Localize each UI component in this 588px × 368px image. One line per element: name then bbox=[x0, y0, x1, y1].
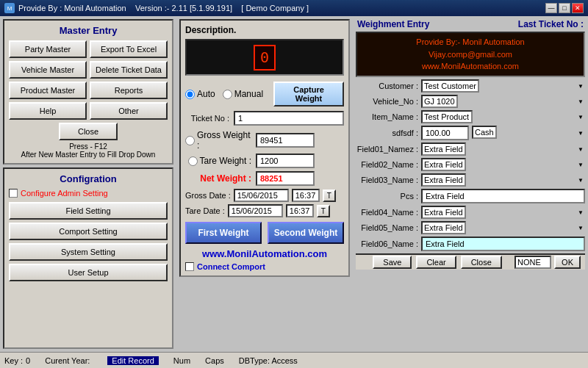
comport-setting-button[interactable]: Comport Setting bbox=[9, 223, 168, 240]
maximize-button[interactable]: □ bbox=[559, 3, 570, 13]
field05-dropdown[interactable]: Extra Field bbox=[421, 221, 466, 234]
close-button[interactable]: Close bbox=[461, 256, 502, 269]
tare-date-input[interactable] bbox=[228, 204, 283, 217]
delete-ticket-button[interactable]: Delete Ticket Data bbox=[90, 61, 168, 79]
gross-weight-input[interactable] bbox=[256, 133, 315, 148]
current-year-label: Curent Year: bbox=[45, 356, 90, 365]
digit-zero: 0 bbox=[254, 45, 276, 71]
ticket-no-label: Ticket No : bbox=[185, 114, 229, 123]
item-dropdown-arrow: ▼ bbox=[578, 113, 584, 120]
manual-radio[interactable] bbox=[223, 90, 232, 99]
num-status: Num bbox=[173, 356, 190, 365]
tare-weight-label: Tare Weight : bbox=[200, 156, 251, 166]
field01-label: Field01_Namez : bbox=[356, 145, 418, 154]
field05-row: Field05_Name : Extra Field ▼ bbox=[356, 221, 585, 234]
connect-comport-label: Connect Comport bbox=[197, 262, 265, 271]
field06-input[interactable] bbox=[421, 237, 585, 251]
tare-weight-input[interactable] bbox=[256, 154, 315, 168]
net-weight-input[interactable] bbox=[256, 171, 315, 186]
last-ticket-title: Last Ticket No : bbox=[518, 19, 584, 29]
mode-radio-row: Auto Manual Capture Weight bbox=[185, 82, 344, 107]
field04-arrow: ▼ bbox=[578, 209, 584, 215]
user-setup-button[interactable]: User Setup bbox=[9, 264, 168, 281]
edit-record-status: Edit Record bbox=[107, 356, 158, 365]
press-f12-text: Press - F12 After New Master Entry to Fi… bbox=[9, 142, 168, 159]
window-close-button[interactable]: ✕ bbox=[572, 3, 584, 13]
field01-arrow: ▼ bbox=[578, 145, 584, 152]
field-setting-button[interactable]: Field Setting bbox=[9, 202, 168, 220]
field03-row: Field03_Name : Extra Field ▼ bbox=[356, 173, 585, 187]
reports-button[interactable]: Reports bbox=[90, 82, 168, 99]
master-entry-box: Master Entry Party Master Export To Exce… bbox=[3, 19, 173, 165]
help-button[interactable]: Help bbox=[9, 102, 87, 120]
gross-date-label: Gross Date : bbox=[185, 191, 231, 200]
connect-comport-checkbox[interactable] bbox=[185, 262, 194, 271]
caps-status: Caps bbox=[205, 356, 224, 365]
field02-dropdown[interactable]: Extra Field bbox=[421, 158, 466, 171]
net-weight-label: Net Weight : bbox=[200, 173, 251, 184]
first-weight-button[interactable]: First Weight bbox=[185, 222, 262, 244]
sdfsdf-row: sdfsdf : Cash ▼ bbox=[356, 126, 585, 140]
export-excel-button[interactable]: Export To Excel bbox=[90, 40, 168, 58]
field02-row: Field02_Name : Extra Field ▼ bbox=[356, 158, 585, 171]
master-close-button[interactable]: Close bbox=[59, 123, 118, 140]
cash-amount-input[interactable] bbox=[421, 126, 469, 140]
action-buttons: Save Clear Close bbox=[373, 256, 502, 269]
tare-time-input[interactable] bbox=[286, 204, 314, 217]
entry-fields: Customer : Test Customer ▼ Vehicle_No : … bbox=[356, 79, 585, 251]
field03-dropdown[interactable]: Extra Field bbox=[421, 173, 466, 187]
field05-label: Field05_Name : bbox=[356, 223, 418, 232]
digital-display: 0 bbox=[185, 39, 344, 76]
info-line3: www.MonilAutomation.com bbox=[363, 60, 578, 73]
customer-label: Customer : bbox=[356, 82, 418, 90]
party-master-button[interactable]: Party Master bbox=[9, 40, 87, 58]
config-panel: Configration Configure Admin Setting Fie… bbox=[3, 167, 173, 349]
admin-checkbox[interactable] bbox=[9, 189, 18, 198]
capture-weight-button[interactable]: Capture Weight bbox=[273, 82, 344, 107]
key-label: Key : bbox=[4, 356, 23, 365]
website-text: www.MonilAutomation.com bbox=[185, 248, 344, 259]
pcs-input[interactable] bbox=[421, 189, 585, 203]
vehicle-dropdown[interactable]: GJ 1020 bbox=[421, 95, 458, 108]
gross-date-input[interactable] bbox=[234, 189, 289, 202]
tare-t-button[interactable]: T bbox=[317, 205, 330, 217]
field03-label: Field03_Name : bbox=[356, 176, 418, 184]
second-weight-button[interactable]: Second Weight bbox=[268, 222, 344, 244]
gross-weight-radio[interactable] bbox=[185, 136, 195, 145]
minimize-button[interactable]: — bbox=[545, 3, 557, 13]
customer-dropdown-arrow: ▼ bbox=[578, 82, 584, 89]
vehicle-master-button[interactable]: Vehicle Master bbox=[9, 61, 87, 79]
tare-date-label: Tare Date : bbox=[185, 206, 225, 215]
clear-button[interactable]: Clear bbox=[416, 256, 456, 269]
bottom-action-bar: Save Clear Close NONE OK bbox=[356, 253, 585, 270]
save-button[interactable]: Save bbox=[373, 256, 412, 269]
field06-row: Field06_Name : bbox=[356, 237, 585, 251]
key-value: 0 bbox=[26, 356, 30, 365]
right-panel: Weighment Entry Last Ticket No : Provide… bbox=[353, 16, 588, 352]
field01-row: Field01_Namez : Extra Field ▼ bbox=[356, 142, 585, 156]
none-dropdown[interactable]: NONE bbox=[514, 256, 551, 269]
field04-row: Field04_Name : Extra Field ▼ bbox=[356, 206, 585, 219]
product-master-button[interactable]: Product Master bbox=[9, 82, 87, 99]
field02-arrow: ▼ bbox=[578, 161, 584, 167]
auto-label: Auto bbox=[197, 89, 215, 99]
auto-radio[interactable] bbox=[185, 90, 195, 99]
field04-dropdown[interactable]: Extra Field bbox=[421, 206, 466, 219]
gross-time-input[interactable] bbox=[292, 189, 320, 202]
info-line2: Vijay.comp@gmail.com bbox=[363, 48, 578, 61]
ticket-no-input[interactable] bbox=[234, 111, 344, 126]
customer-row: Customer : Test Customer ▼ bbox=[356, 79, 585, 93]
customer-dropdown[interactable]: Test Customer bbox=[421, 79, 479, 93]
cash-type-dropdown[interactable]: Cash bbox=[472, 126, 497, 139]
tare-weight-radio[interactable] bbox=[188, 156, 198, 166]
left-panel: Master Entry Party Master Export To Exce… bbox=[0, 16, 176, 352]
ok-button[interactable]: OK bbox=[554, 256, 581, 269]
weighment-entry-title: Weighment Entry bbox=[357, 19, 429, 29]
field02-label: Field02_Name : bbox=[356, 160, 418, 169]
gross-t-button[interactable]: T bbox=[323, 190, 336, 202]
item-dropdown[interactable]: Test Product bbox=[421, 110, 473, 123]
field05-arrow: ▼ bbox=[578, 224, 584, 231]
other-button[interactable]: Other bbox=[90, 102, 168, 120]
system-setting-button[interactable]: System Setting bbox=[9, 243, 168, 261]
field01-dropdown[interactable]: Extra Field bbox=[421, 142, 466, 156]
